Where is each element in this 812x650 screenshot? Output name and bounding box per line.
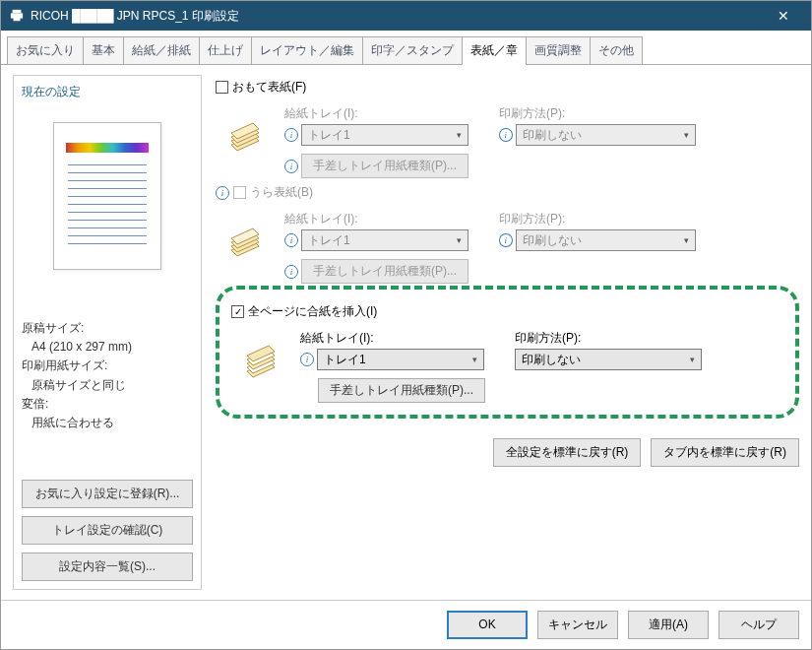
current-settings-title: 現在の設定 (22, 84, 193, 100)
paper-size-value: 原稿サイズと同じ (22, 376, 193, 395)
info-icon: i (216, 186, 229, 200)
tab-paper-feed[interactable]: 給紙／排紙 (123, 36, 200, 64)
chevron-down-icon: ▾ (466, 355, 483, 364)
back-cover-label: うら表紙(B) (250, 184, 313, 201)
info-icon: i (284, 160, 298, 173)
back-tray-label: 給紙トレイ(I): (284, 211, 358, 228)
back-bypass-button: 手差しトレイ用紙種類(P)... (301, 259, 468, 284)
back-tray-select: トレイ1 ▾ (301, 229, 468, 251)
svg-rect-0 (13, 10, 22, 14)
cancel-button[interactable]: キャンセル (537, 611, 618, 639)
left-panel: 現在の設定 原稿サイズ: A4 (210 x 297 mm) 印刷用紙サイズ: … (13, 75, 202, 590)
tab-finishing[interactable]: 仕上げ (199, 36, 252, 64)
reset-all-button[interactable]: 全設定を標準に戻す(R) (493, 438, 642, 467)
chevron-down-icon: ▾ (450, 235, 468, 245)
back-cover-row: i うら表紙(B) (216, 184, 799, 201)
tab-image-quality[interactable]: 画質調整 (526, 36, 591, 64)
reset-buttons-row: 全設定を標準に戻す(R) タブ内を標準に戻す(R) (216, 438, 799, 467)
content-area: 現在の設定 原稿サイズ: A4 (210 x 297 mm) 印刷用紙サイズ: … (1, 65, 811, 600)
slip-tray-label: 給紙トレイ(I): (300, 330, 374, 347)
front-tray-label: 給紙トレイ(I): (284, 105, 358, 122)
tab-cover-chapter[interactable]: 表紙／章 (462, 36, 527, 65)
tab-bar: お気に入り 基本 給紙／排紙 仕上げ レイアウト／編集 印字／スタンプ 表紙／章… (1, 31, 811, 65)
front-method-select: 印刷しない ▾ (516, 124, 696, 146)
front-cover-checkbox[interactable] (216, 81, 228, 94)
back-method-select: 印刷しない ▾ (516, 229, 696, 251)
scale-value: 用紙に合わせる (22, 414, 193, 432)
scale-label: 変倍: (22, 395, 193, 414)
slip-method-select[interactable]: 印刷しない ▾ (515, 349, 702, 370)
chevron-down-icon: ▾ (677, 235, 695, 245)
svg-rect-2 (14, 17, 21, 21)
info-icon: i (499, 128, 513, 142)
front-bypass-button: 手差しトレイ用紙種類(P)... (301, 154, 468, 178)
slip-sheet-row: 全ページに合紙を挿入(I) (231, 303, 783, 320)
back-cover-checkbox (233, 186, 246, 199)
front-tray-select: トレイ1 ▾ (301, 124, 468, 146)
slip-sheet-label: 全ページに合紙を挿入(I) (248, 303, 377, 320)
info-icon: i (284, 265, 298, 279)
slip-tray-select[interactable]: トレイ1 ▾ (317, 349, 484, 370)
front-method-label: 印刷方法(P): (499, 105, 565, 122)
tray-confirm-button[interactable]: トレイ設定の確認(C) (22, 516, 193, 545)
chevron-down-icon: ▾ (677, 130, 695, 140)
reset-tab-button[interactable]: タブ内を標準に戻す(R) (651, 438, 799, 467)
tab-basic[interactable]: 基本 (83, 36, 124, 64)
setting-list-button[interactable]: 設定内容一覧(S)... (22, 552, 193, 581)
dialog-footer: OK キャンセル 適用(A) ヘルプ (1, 600, 811, 649)
tab-other[interactable]: その他 (590, 36, 643, 64)
window-title: RICOH █████ JPN RPCS_1 印刷設定 (31, 8, 764, 25)
slip-bypass-button[interactable]: 手差しトレイ用紙種類(P)... (318, 378, 485, 403)
info-icon: i (499, 233, 513, 247)
apply-button[interactable]: 適用(A) (628, 611, 709, 639)
tab-layout-edit[interactable]: レイアウト／編集 (251, 36, 363, 64)
info-icon: i (284, 128, 298, 142)
right-panel: おもて表紙(F) 給紙トレイ(I): i トレイ1 (216, 75, 799, 590)
slip-sheet-highlight: 全ページに合紙を挿入(I) 給紙トレイ(I): i (216, 286, 799, 419)
info-icon: i (300, 353, 314, 366)
back-method-label: 印刷方法(P): (499, 211, 565, 228)
back-cover-icon (216, 211, 275, 270)
settings-summary: 原稿サイズ: A4 (210 x 297 mm) 印刷用紙サイズ: 原稿サイズと… (22, 319, 193, 432)
front-cover-label: おもて表紙(F) (232, 79, 306, 96)
paper-size-label: 印刷用紙サイズ: (22, 357, 193, 375)
info-icon: i (284, 233, 298, 247)
front-cover-icon (216, 105, 275, 164)
register-favorite-button[interactable]: お気に入り設定に登録(R)... (22, 480, 193, 508)
printer-icon (9, 8, 25, 24)
slip-sheet-icon (231, 330, 290, 389)
chevron-down-icon: ▾ (683, 355, 701, 364)
chevron-down-icon: ▾ (450, 130, 468, 140)
doc-size-label: 原稿サイズ: (22, 319, 193, 338)
slip-method-label: 印刷方法(P): (515, 330, 581, 347)
tab-favorites[interactable]: お気に入り (7, 36, 84, 64)
titlebar: RICOH █████ JPN RPCS_1 印刷設定 ✕ (1, 1, 811, 31)
close-button[interactable]: ✕ (764, 1, 803, 31)
doc-size-value: A4 (210 x 297 mm) (22, 338, 193, 357)
tab-stamp[interactable]: 印字／スタンプ (362, 36, 463, 64)
slip-sheet-checkbox[interactable] (231, 305, 244, 318)
front-cover-row: おもて表紙(F) (216, 79, 799, 96)
ok-button[interactable]: OK (447, 611, 528, 639)
help-button[interactable]: ヘルプ (718, 611, 799, 639)
print-settings-window: RICOH █████ JPN RPCS_1 印刷設定 ✕ お気に入り 基本 給… (0, 0, 812, 650)
page-preview (38, 112, 176, 284)
